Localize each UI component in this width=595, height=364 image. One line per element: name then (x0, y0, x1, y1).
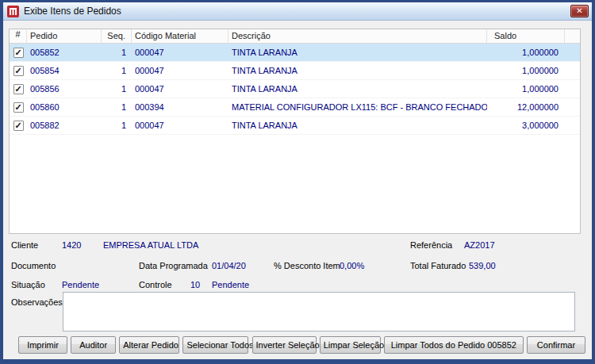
table-row[interactable]: ✓ 005860 1 000394 MATERIAL CONFIGURADOR … (10, 98, 580, 117)
total-faturado-value: 539,00 (469, 261, 496, 270)
cell-seq: 1 (102, 84, 132, 94)
cell-saldo: 12,000000 (487, 102, 565, 112)
col-header-seq[interactable]: Seq. (102, 29, 132, 43)
controle-value: 10 (190, 280, 200, 289)
alterar-pedido-button[interactable]: Alterar Pedido (119, 336, 179, 354)
total-faturado-label: Total Faturado (410, 261, 466, 270)
cell-codigo: 000047 (132, 48, 228, 57)
table-row[interactable]: ✓ 005856 1 000047 TINTA LARANJA 1,000000 (10, 80, 580, 98)
cell-saldo: 3,000000 (487, 121, 565, 130)
col-header-codigo[interactable]: Código Material (132, 29, 228, 43)
col-header-descricao[interactable]: Descrição (228, 29, 487, 43)
row-checkbox[interactable]: ✓ (13, 121, 24, 131)
cell-codigo: 000047 (132, 84, 228, 94)
cell-saldo: 1,000000 (487, 66, 565, 75)
col-header-saldo[interactable]: Saldo (487, 29, 565, 43)
title-bar: Exibe Itens de Pedidos ✕ (3, 2, 592, 21)
desconto-item-value: 0,00% (340, 261, 364, 270)
confirmar-button[interactable]: Confirmar (527, 336, 585, 354)
window-title: Exibe Itens de Pedidos (24, 6, 121, 17)
col-header-check[interactable]: # (10, 29, 27, 43)
cell-codigo: 000047 (132, 66, 228, 75)
cell-descricao: TINTA LARANJA (228, 66, 487, 75)
cell-descricao: MATERIAL CONFIGURADOR LX115: BCF - BRANC… (228, 102, 487, 112)
cell-seq: 1 (102, 102, 132, 112)
situacao-label: Situação (11, 280, 45, 289)
check-icon: ✓ (14, 85, 21, 94)
limpar-todos-pedido-button[interactable]: Limpar Todos do Pedido 005852 (384, 336, 524, 354)
cell-pedido: 005882 (27, 121, 102, 130)
button-bar: Imprimir Auditor Alterar Pedido Selecion… (18, 336, 585, 354)
controle-status-value: Pendente (212, 280, 249, 289)
table-header: # Pedido Seq. Código Material Descrição … (10, 29, 580, 44)
cell-pedido: 005854 (27, 66, 102, 75)
check-icon: ✓ (14, 48, 21, 57)
cell-descricao: TINTA LARANJA (228, 84, 487, 94)
dialog-window: Exibe Itens de Pedidos ✕ # Pedido Seq. C… (0, 0, 595, 364)
inverter-selecao-button[interactable]: Inverter Seleção (252, 336, 317, 354)
situacao-value: Pendente (62, 280, 99, 289)
app-logo-icon (7, 6, 19, 17)
table-row[interactable]: ✓ 005852 1 000047 TINTA LARANJA 1,000000 (10, 44, 580, 62)
cliente-label: Cliente (11, 240, 38, 250)
cell-pedido: 005860 (27, 102, 102, 112)
cell-descricao: TINTA LARANJA (228, 121, 487, 130)
cell-saldo: 1,000000 (487, 48, 565, 57)
referencia-label: Referência (410, 240, 452, 250)
close-button[interactable]: ✕ (570, 5, 589, 17)
row-checkbox[interactable]: ✓ (13, 84, 24, 94)
cell-seq: 1 (102, 48, 132, 57)
imprimir-button[interactable]: Imprimir (18, 336, 67, 354)
cell-saldo: 1,000000 (487, 84, 565, 94)
documento-label: Documento (11, 261, 56, 270)
cell-seq: 1 (102, 121, 132, 130)
observacoes-input[interactable] (63, 292, 575, 331)
col-header-pedido[interactable]: Pedido (27, 29, 102, 43)
orders-table: # Pedido Seq. Código Material Descrição … (9, 29, 581, 234)
check-icon: ✓ (14, 121, 21, 130)
cell-codigo: 000394 (132, 102, 228, 112)
close-icon: ✕ (576, 6, 582, 15)
cell-pedido: 005856 (27, 84, 102, 94)
data-programada-value: 01/04/20 (212, 261, 246, 270)
cell-pedido: 005852 (27, 48, 102, 57)
row-checkbox[interactable]: ✓ (13, 48, 24, 58)
table-row[interactable]: ✓ 005882 1 000047 TINTA LARANJA 3,000000 (10, 117, 580, 135)
desconto-item-label: % Desconto Item (274, 261, 340, 270)
cliente-name-value: EMPRESA ATUAL LTDA (103, 240, 198, 250)
observacoes-label: Observações (11, 297, 63, 307)
row-checkbox[interactable]: ✓ (13, 66, 24, 76)
cell-descricao: TINTA LARANJA (228, 48, 487, 57)
table-row[interactable]: ✓ 005854 1 000047 TINTA LARANJA 1,000000 (10, 62, 580, 80)
row-checkbox[interactable]: ✓ (13, 102, 24, 113)
col-header-extra (565, 29, 580, 43)
cell-codigo: 000047 (132, 121, 228, 130)
referencia-value: AZ2017 (464, 240, 495, 250)
limpar-selecao-button[interactable]: Limpar Seleção (320, 336, 381, 354)
controle-label: Controle (139, 280, 172, 289)
cell-seq: 1 (102, 66, 132, 75)
check-icon: ✓ (14, 67, 21, 75)
cliente-code-value: 1420 (62, 240, 81, 250)
selecionar-todos-button[interactable]: Selecionar Todos (182, 336, 248, 354)
check-icon: ✓ (14, 103, 21, 112)
data-programada-label: Data Programada (139, 261, 208, 270)
auditor-button[interactable]: Auditor (71, 336, 116, 354)
